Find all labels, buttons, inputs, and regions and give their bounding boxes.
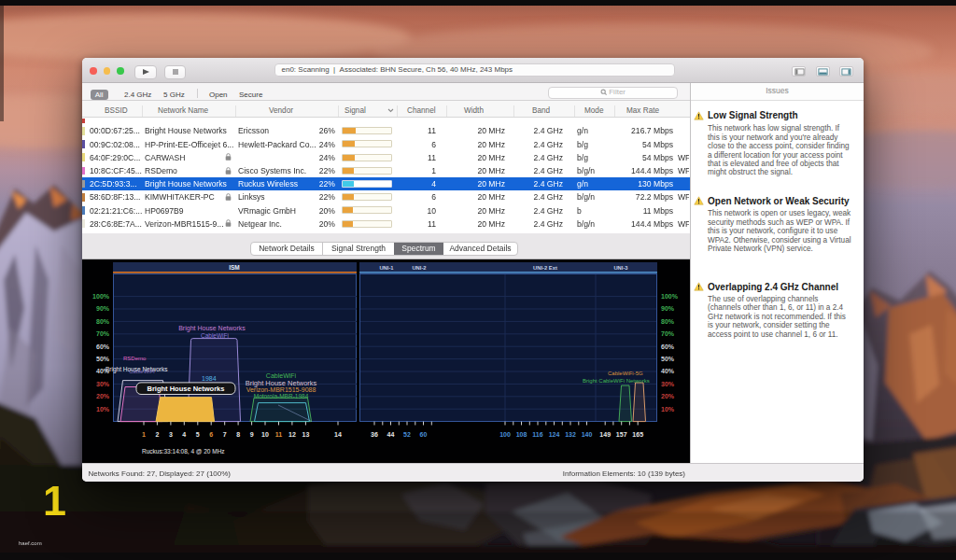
svg-text:60: 60: [420, 431, 428, 438]
svg-text:ISM: ISM: [229, 264, 240, 271]
svg-text:20%: 20%: [661, 393, 675, 399]
svg-text:UNI-2 Ext: UNI-2 Ext: [533, 265, 557, 271]
svg-text:CableWiFi-5G: CableWiFi-5G: [608, 371, 643, 376]
svg-text:60%: 60%: [96, 343, 110, 350]
svg-text:20%: 20%: [96, 393, 110, 399]
svg-text:CableWiFi: CableWiFi: [129, 369, 155, 374]
svg-text:CableWiFi: CableWiFi: [201, 332, 229, 339]
svg-text:RSDemo: RSDemo: [123, 356, 147, 361]
svg-text:CableWiFi: CableWiFi: [266, 372, 297, 379]
svg-text:UNI-1: UNI-1: [379, 265, 394, 271]
svg-text:13: 13: [302, 431, 310, 438]
svg-text:30%: 30%: [661, 381, 675, 387]
svg-text:2: 2: [155, 431, 159, 438]
svg-text:11: 11: [275, 431, 283, 438]
svg-text:80%: 80%: [96, 318, 110, 325]
svg-text:132: 132: [565, 431, 576, 438]
svg-text:10%: 10%: [661, 406, 675, 413]
svg-text:8: 8: [236, 431, 240, 438]
svg-text:14: 14: [334, 431, 342, 438]
svg-text:40%: 40%: [661, 368, 675, 374]
svg-text:90%: 90%: [96, 305, 110, 312]
svg-text:12: 12: [288, 431, 296, 438]
svg-text:5: 5: [196, 431, 200, 438]
svg-text:140: 140: [582, 431, 593, 438]
svg-text:6: 6: [209, 431, 213, 438]
svg-text:10: 10: [261, 431, 269, 438]
svg-text:Bright CableWiFi Networks: Bright CableWiFi Networks: [583, 378, 650, 384]
svg-text:1: 1: [142, 431, 146, 438]
svg-text:149: 149: [599, 431, 611, 438]
svg-text:7: 7: [223, 431, 227, 438]
svg-text:70%: 70%: [661, 330, 675, 337]
svg-text:52: 52: [403, 431, 411, 438]
svg-text:50%: 50%: [96, 356, 110, 362]
svg-text:Ruckus:33:14:08, 4 @ 20 MHz: Ruckus:33:14:08, 4 @ 20 MHz: [142, 448, 225, 455]
svg-text:116: 116: [532, 431, 542, 438]
svg-text:100%: 100%: [92, 293, 110, 300]
svg-text:9: 9: [250, 431, 254, 438]
svg-text:36: 36: [371, 431, 378, 438]
svg-text:108: 108: [516, 431, 527, 438]
svg-text:50%: 50%: [661, 356, 675, 362]
svg-text:100: 100: [499, 431, 511, 438]
svg-text:44: 44: [387, 431, 395, 438]
svg-text:Motorola-MBR-1984: Motorola-MBR-1984: [254, 393, 309, 399]
svg-text:UNI-3: UNI-3: [613, 265, 628, 271]
svg-text:157: 157: [616, 431, 627, 438]
svg-text:30%: 30%: [96, 381, 110, 387]
svg-text:124: 124: [549, 431, 560, 438]
svg-text:100%: 100%: [661, 293, 679, 300]
svg-text:UNI-2: UNI-2: [412, 265, 426, 271]
svg-text:90%: 90%: [661, 305, 675, 312]
svg-text:60%: 60%: [661, 343, 675, 350]
svg-text:Bright House Networks: Bright House Networks: [148, 385, 225, 393]
svg-text:4: 4: [182, 431, 186, 438]
svg-text:80%: 80%: [661, 318, 675, 325]
svg-text:165: 165: [632, 431, 643, 438]
svg-text:1984: 1984: [202, 375, 217, 382]
svg-text:70%: 70%: [96, 330, 110, 337]
svg-text:10%: 10%: [96, 406, 110, 413]
svg-text:3: 3: [169, 431, 173, 438]
